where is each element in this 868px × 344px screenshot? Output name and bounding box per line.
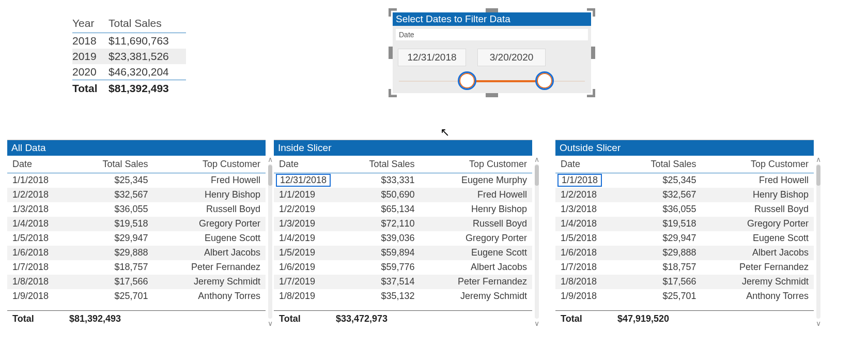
- date-slicer[interactable]: Select Dates to Filter Data Date 12/31/2…: [389, 8, 595, 97]
- table-row[interactable]: 1/1/2018$25,345Fred Howell: [555, 173, 814, 188]
- table-row[interactable]: 1/7/2018$18,757Peter Fernandez: [555, 260, 814, 275]
- col-year[interactable]: Year: [72, 17, 109, 29]
- table-row[interactable]: 12/31/2018$33,331Eugene Murphy: [274, 173, 532, 188]
- summary-row[interactable]: 2019$23,381,526: [72, 49, 186, 64]
- col-total-sales[interactable]: Total Sales: [74, 156, 153, 173]
- table-row[interactable]: 1/1/2018$25,345Fred Howell: [7, 173, 266, 188]
- table-row[interactable]: 1/6/2018$29,888Albert Jacobs: [7, 246, 266, 260]
- table-body: 1/1/2018$25,345Fred Howell1/2/2018$32,56…: [7, 173, 266, 310]
- table-row[interactable]: 1/3/2018$36,055Russell Boyd: [555, 202, 814, 217]
- slicer-handle-end[interactable]: [537, 73, 552, 88]
- col-top-customer[interactable]: Top Customer: [420, 156, 532, 173]
- table-row[interactable]: 1/4/2018$19,518Gregory Porter: [555, 217, 814, 231]
- table-body: 12/31/2018$33,331Eugene Murphy1/1/2019$5…: [274, 173, 532, 310]
- scrollbar[interactable]: ∧ ∨: [532, 156, 541, 327]
- table-all-data[interactable]: All Data Date Total Sales Top Customer 1…: [7, 140, 266, 327]
- summary-row[interactable]: 2018$11,690,763: [72, 33, 186, 49]
- table-inside-slicer[interactable]: Inside Slicer Date Total Sales Top Custo…: [274, 140, 532, 327]
- table-row[interactable]: 1/9/2018$25,701Anthony Torres: [555, 289, 814, 304]
- col-total-sales[interactable]: Total Sales: [109, 17, 186, 29]
- col-date[interactable]: Date: [7, 156, 74, 173]
- table-row[interactable]: 1/8/2018$17,566Jeremy Schmidt: [555, 275, 814, 289]
- table-row[interactable]: 1/2/2018$32,567Henry Bishop: [7, 188, 266, 202]
- col-total-sales[interactable]: Total Sales: [341, 156, 420, 173]
- table-row[interactable]: 1/5/2018$29,947Eugene Scott: [555, 231, 814, 246]
- slicer-field-label[interactable]: Date: [396, 29, 588, 40]
- scrollbar-track[interactable]: [535, 164, 539, 319]
- panel-title: All Data: [7, 140, 266, 156]
- slicer-handle-start[interactable]: [459, 73, 475, 88]
- table-row[interactable]: 1/2/2018$32,567Henry Bishop: [555, 188, 814, 202]
- year-summary-table[interactable]: Year Total Sales 2018$11,690,763 2019$23…: [72, 17, 186, 97]
- table-row[interactable]: 1/4/2018$19,518Gregory Porter: [7, 217, 266, 231]
- scroll-down-icon[interactable]: ∨: [816, 320, 821, 327]
- slicer-title: Select Dates to Filter Data: [393, 12, 591, 26]
- table-row[interactable]: 1/3/2019$72,110Russell Boyd: [274, 217, 532, 231]
- scroll-up-icon[interactable]: ∧: [816, 156, 821, 163]
- resize-handle-n[interactable]: [486, 8, 498, 12]
- summary-total: Total $81,392,493: [72, 80, 186, 97]
- table-total: Total $81,392,493: [7, 310, 266, 327]
- scroll-up-icon[interactable]: ∧: [268, 156, 273, 163]
- summary-row[interactable]: 2020$46,320,204: [72, 64, 186, 80]
- table-row[interactable]: 1/5/2018$29,947Eugene Scott: [7, 231, 266, 246]
- table-row[interactable]: 1/7/2019$37,514Peter Fernandez: [274, 275, 532, 289]
- table-row[interactable]: 1/1/2019$50,690Fred Howell: [274, 188, 532, 202]
- resize-handle-e[interactable]: [591, 47, 595, 59]
- scroll-down-icon[interactable]: ∨: [268, 320, 273, 327]
- table-row[interactable]: 1/6/2019$59,776Albert Jacobs: [274, 260, 532, 275]
- scrollbar-track[interactable]: [816, 164, 820, 319]
- slicer-start-date[interactable]: 12/31/2018: [398, 49, 466, 66]
- table-row[interactable]: 1/8/2018$17,566Jeremy Schmidt: [7, 275, 266, 289]
- scroll-down-icon[interactable]: ∨: [534, 320, 539, 327]
- scrollbar[interactable]: ∧ ∨: [814, 156, 823, 327]
- table-outside-slicer[interactable]: Outside Slicer Date Total Sales Top Cust…: [555, 140, 814, 327]
- resize-handle-s[interactable]: [486, 93, 498, 97]
- scroll-up-icon[interactable]: ∧: [534, 156, 539, 163]
- table-row[interactable]: 1/4/2019$39,036Gregory Porter: [274, 231, 532, 246]
- table-total: Total $47,919,520: [555, 310, 814, 327]
- cursor-icon: ↖: [440, 126, 450, 139]
- col-date[interactable]: Date: [274, 156, 341, 173]
- table-row[interactable]: 1/9/2018$25,701Anthony Torres: [7, 289, 266, 304]
- table-body: 1/1/2018$25,345Fred Howell1/2/2018$32,56…: [555, 173, 814, 310]
- col-date[interactable]: Date: [555, 156, 623, 173]
- table-row[interactable]: 1/6/2018$29,888Albert Jacobs: [555, 246, 814, 260]
- resize-handle-w[interactable]: [389, 47, 393, 59]
- panel-title: Outside Slicer: [555, 140, 814, 156]
- table-row[interactable]: 1/3/2018$36,055Russell Boyd: [7, 202, 266, 217]
- col-total-sales[interactable]: Total Sales: [623, 156, 702, 173]
- table-row[interactable]: 1/7/2018$18,757Peter Fernandez: [7, 260, 266, 275]
- col-top-customer[interactable]: Top Customer: [702, 156, 814, 173]
- slicer-range-fill: [466, 80, 544, 82]
- slicer-track[interactable]: [399, 81, 585, 82]
- scrollbar-track[interactable]: [268, 164, 272, 319]
- table-total: Total $33,472,973: [274, 310, 532, 327]
- table-row[interactable]: 1/8/2019$35,132Jeremy Schmidt: [274, 289, 532, 304]
- table-row[interactable]: 1/2/2019$65,134Henry Bishop: [274, 202, 532, 217]
- panel-title: Inside Slicer: [274, 140, 532, 156]
- col-top-customer[interactable]: Top Customer: [153, 156, 266, 173]
- table-row[interactable]: 1/5/2019$59,894Eugene Scott: [274, 246, 532, 260]
- slicer-end-date[interactable]: 3/20/2020: [477, 49, 546, 66]
